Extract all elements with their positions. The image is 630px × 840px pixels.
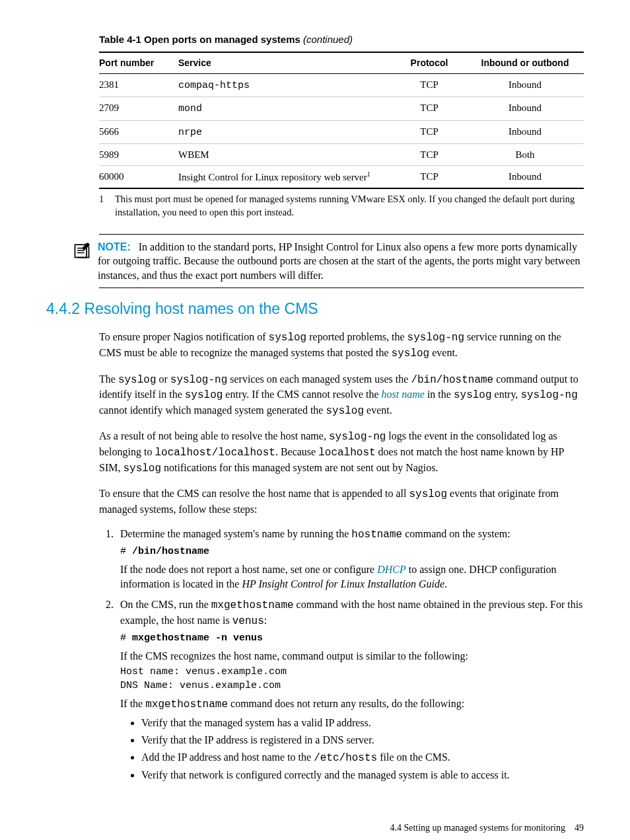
cell-io: Both [472,143,584,165]
cell-service: Insight Control for Linux repository web… [178,166,392,189]
table-row: 2709 mond TCP Inbound [99,97,584,120]
note-block: NOTE:In addition to the standard ports, … [99,234,584,289]
cell-protocol: TCP [392,97,472,120]
page-footer: 4.4 Setting up managed systems for monit… [46,822,584,835]
step-after: If the node does not report a host name,… [120,562,584,591]
step-text: If the mxgethostname command does not re… [120,697,584,712]
steps-list: Determine the managed system's name by r… [99,527,584,783]
list-item: Verify that the IP address is registered… [141,733,584,747]
list-item: Verify that the managed system has a val… [141,716,584,730]
cell-service: nrpe [178,120,392,143]
paragraph: To ensure that the CMS can resolve the h… [99,486,584,516]
bullet-list: Verify that the managed system has a val… [120,716,584,782]
cell-protocol: TCP [392,143,472,165]
step-intro: Determine the managed system's name by r… [120,527,584,543]
cell-service: mond [178,97,392,120]
note-icon [73,241,91,260]
footer-section: 4.4 Setting up managed systems for monit… [390,823,565,833]
cell-service: WBEM [178,143,392,165]
table-row: 5666 nrpe TCP Inbound [99,120,584,143]
note-text: In addition to the standard ports, HP In… [98,241,580,281]
section-heading: 4.4.2 Resolving host names on the CMS [46,299,584,319]
paragraph: To ensure proper Nagios notification of … [99,330,584,361]
table-row: 5989 WBEM TCP Both [99,143,584,165]
th-port: Port number [99,52,178,73]
step-item: Determine the managed system's name by r… [116,527,584,591]
command-line: # mxgethostname -n venus [120,632,584,645]
paragraph: The syslog or syslog-ng services on each… [99,372,584,419]
cell-port: 2709 [99,97,178,120]
glossary-link-host-name[interactable]: host name [382,389,425,400]
cell-io: Inbound [472,97,584,120]
table-caption-suffix: (continued) [303,34,353,45]
list-item: Verify that network is configured correc… [141,768,584,783]
paragraph: As a result of not being able to resolve… [99,429,584,476]
table-caption: Table 4-1 Open ports on managed systems … [99,33,584,46]
note-content: NOTE:In addition to the standard ports, … [98,240,584,283]
step-text: If the CMS recognizes the host name, com… [120,649,584,664]
cell-io: Inbound [472,120,584,143]
table-footnote: 1 This must port must be opened for mana… [99,189,584,225]
step-item: On the CMS, run the mxgethostname comman… [116,597,584,783]
command-line: # /bin/hostname [120,545,584,558]
cell-port: 5989 [99,143,178,165]
footnote-num: 1 [99,193,115,219]
footnote-text: This must port must be opened for manage… [115,193,584,219]
table-row: 2381 compaq-https TCP Inbound [99,74,584,97]
th-protocol: Protocol [392,52,472,73]
cell-protocol: TCP [392,120,472,143]
th-io: Inbound or outbond [472,52,584,73]
th-service: Service [178,52,392,73]
cell-service: compaq-https [178,74,392,97]
table-header-row: Port number Service Protocol Inbound or … [99,52,584,73]
table-caption-main: Table 4-1 Open ports on managed systems [99,34,303,45]
note-label: NOTE: [98,241,131,252]
list-item: Add the IP address and host name to the … [141,750,584,766]
cell-protocol: TCP [392,74,472,97]
step-intro: On the CMS, run the mxgethostname comman… [120,597,584,629]
cell-protocol: TCP [392,166,472,189]
cell-port: 5666 [99,120,178,143]
glossary-link-dhcp[interactable]: DHCP [377,564,406,575]
footnote-ref: 1 [367,171,370,178]
cell-io: Inbound [472,74,584,97]
command-output: Host name: venus.example.com DNS Name: v… [120,666,584,693]
table-row: 60000 Insight Control for Linux reposito… [99,166,584,189]
cell-port: 60000 [99,166,178,189]
cell-io: Inbound [472,166,584,189]
ports-table: Port number Service Protocol Inbound or … [99,52,584,189]
cell-port: 2381 [99,74,178,97]
footer-page-number: 49 [575,823,584,833]
